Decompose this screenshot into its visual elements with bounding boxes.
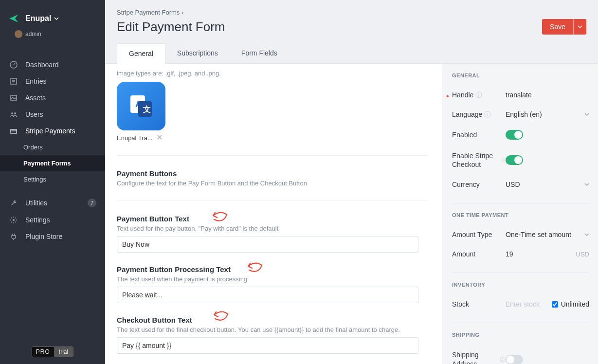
- nav-label: Utilities: [25, 199, 47, 207]
- asset-thumbnail: A 文: [117, 82, 165, 130]
- side-panel: GENERAL •Handle i translate Language i E…: [442, 64, 598, 364]
- nav-assets[interactable]: Assets: [0, 90, 105, 106]
- section-heading: Payment Buttons: [117, 169, 428, 178]
- row-enabled: Enabled: [452, 124, 589, 146]
- content-scroll[interactable]: image types are: .gif, .jpeg, and .png. …: [105, 64, 442, 364]
- nav-stripe-payments[interactable]: Stripe Payments: [0, 123, 105, 139]
- tab-general[interactable]: General: [117, 43, 165, 64]
- svg-text:i: i: [487, 112, 488, 117]
- header: Stripe Payment Forms › Edit Payment Form…: [105, 0, 598, 64]
- svg-rect-1: [11, 78, 17, 84]
- nav-label: Settings: [25, 216, 50, 224]
- subnav-orders[interactable]: Orders: [0, 139, 105, 155]
- row-shipping-address: Shipping Address i: [452, 345, 589, 364]
- field-processing-text: Payment Button Processing Text The text …: [117, 265, 428, 303]
- unlimited-checkbox[interactable]: Unlimited: [552, 300, 589, 308]
- svg-text:文: 文: [143, 105, 151, 113]
- row-stripe-checkout: Enable Stripe Checkout i: [452, 146, 589, 175]
- tab-form-fields[interactable]: Form Fields: [230, 43, 289, 63]
- gear-icon: [9, 216, 18, 224]
- nav-dashboard[interactable]: Dashboard: [0, 56, 105, 73]
- asset-remove-button[interactable]: [157, 134, 163, 142]
- row-handle: •Handle i translate: [452, 85, 589, 105]
- nav-label: Dashboard: [25, 61, 59, 69]
- field-label: Payment Button Text: [117, 215, 189, 223]
- breadcrumb-link[interactable]: Stripe Payment Forms: [117, 9, 180, 16]
- nav-plugin-store[interactable]: Plugin Store: [0, 228, 105, 245]
- nav-entries[interactable]: Entries: [0, 73, 105, 90]
- currency-select[interactable]: USD: [506, 181, 589, 188]
- svg-rect-5: [11, 129, 17, 133]
- info-icon: i: [475, 91, 482, 98]
- svg-point-4: [14, 112, 16, 114]
- panel-heading-inventory: INVENTORY: [452, 282, 589, 288]
- svg-text:i: i: [478, 93, 479, 98]
- save-dropdown[interactable]: [573, 19, 586, 35]
- chevron-down-icon: [584, 112, 589, 117]
- amount-currency-suffix: USD: [576, 251, 589, 258]
- main: Stripe Payment Forms › Edit Payment Form…: [105, 0, 598, 364]
- field-help: The text used when the payment is proces…: [117, 275, 428, 283]
- user-name: admin: [25, 31, 41, 37]
- info-icon: i: [484, 111, 491, 118]
- svg-text:i: i: [503, 159, 503, 162]
- language-select[interactable]: English (en): [506, 110, 589, 118]
- row-language: Language i English (en): [452, 105, 589, 124]
- assets-icon: [9, 94, 18, 102]
- arrow-annotation: [203, 211, 228, 225]
- payment-button-text-input[interactable]: [117, 236, 418, 253]
- nav-settings[interactable]: Settings: [0, 212, 105, 228]
- brand-block: Enupal: [0, 0, 105, 28]
- tabs: General Subscriptions Form Fields: [117, 43, 586, 63]
- amount-type-select[interactable]: One-Time set amount: [506, 231, 589, 238]
- nav-label: Assets: [25, 94, 46, 102]
- plug-icon: [9, 233, 18, 240]
- info-icon: i: [501, 157, 506, 164]
- page-title: Edit Payment Form: [117, 19, 542, 35]
- field-checkout-button-text: Checkout Button Text The text used for t…: [117, 316, 428, 354]
- breadcrumb: Stripe Payment Forms ›: [117, 9, 586, 16]
- asset-title: Enupal Tra...: [117, 134, 153, 142]
- divider: [117, 200, 428, 201]
- field-help: Text used for the pay button. "Pay with …: [117, 225, 428, 232]
- nav-utilities[interactable]: Utilities 7: [0, 194, 105, 212]
- asset-item[interactable]: A 文 Enupal Tra...: [117, 82, 165, 142]
- enabled-toggle[interactable]: [506, 130, 523, 140]
- trial-right: trial: [54, 347, 73, 357]
- svg-point-3: [11, 112, 13, 114]
- checkout-button-text-input[interactable]: [117, 337, 418, 354]
- amount-input[interactable]: [506, 250, 549, 258]
- shipping-address-toggle[interactable]: [506, 355, 523, 364]
- field-help: The text used for the final checkout but…: [117, 326, 428, 333]
- chevron-down-icon: [584, 182, 589, 187]
- section-help: Configure the text for the Pay Form Butt…: [117, 180, 428, 187]
- entries-icon: [9, 77, 18, 85]
- stock-input[interactable]: [506, 300, 549, 308]
- save-button[interactable]: Save: [542, 19, 573, 35]
- nav-label: Entries: [25, 77, 47, 85]
- arrow-annotation: [204, 310, 229, 325]
- nav-label: Stripe Payments: [25, 127, 75, 135]
- stripe-checkout-toggle[interactable]: [506, 155, 523, 165]
- svg-point-6: [13, 219, 15, 221]
- avatar: [15, 30, 22, 38]
- cards-icon: [9, 127, 18, 135]
- tab-subscriptions[interactable]: Subscriptions: [165, 43, 230, 63]
- brand-logo: [7, 12, 20, 25]
- row-amount: Amount USD: [452, 244, 589, 264]
- wrench-icon: [9, 199, 18, 207]
- subnav-settings[interactable]: Settings: [0, 171, 105, 187]
- processing-text-input[interactable]: [117, 287, 418, 303]
- subnav-payment-forms[interactable]: Payment Forms: [0, 155, 105, 171]
- current-user[interactable]: admin: [0, 28, 105, 47]
- nav-users[interactable]: Users: [0, 106, 105, 123]
- handle-value[interactable]: translate: [506, 91, 589, 99]
- sidebar: Enupal admin Dashboard Entries Assets Us…: [0, 0, 105, 364]
- trial-badge[interactable]: PRO trial: [32, 346, 73, 357]
- field-payment-button-text: Payment Button Text Text used for the pa…: [117, 215, 428, 253]
- image-types-note: image types are: .gif, .jpeg, and .png.: [117, 70, 428, 77]
- nav-label: Users: [25, 110, 43, 118]
- site-switcher[interactable]: Enupal: [25, 14, 59, 23]
- arrow-annotation: [238, 261, 263, 276]
- trial-left: PRO: [32, 347, 54, 357]
